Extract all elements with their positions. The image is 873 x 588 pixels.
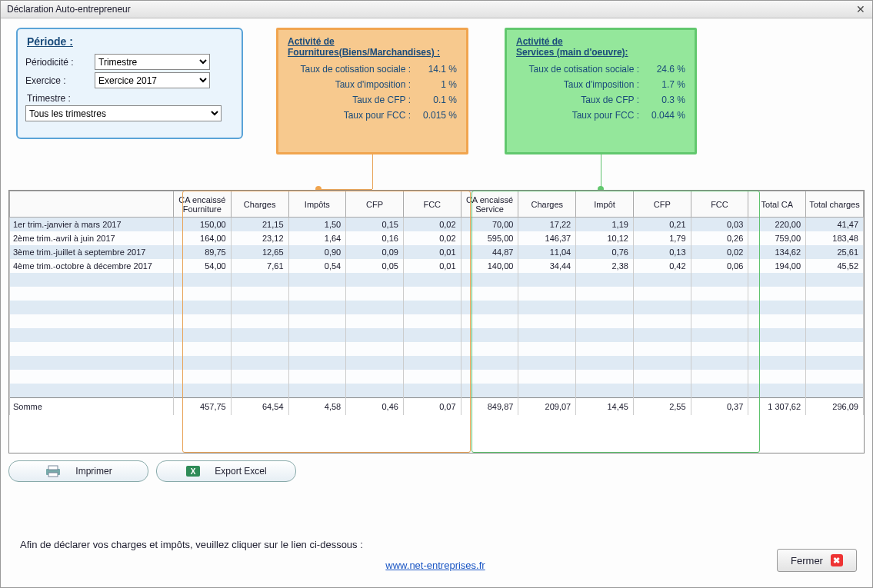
sum-cell: 849,87 (461, 398, 518, 415)
rate-label: Taux de cotisation sociale : (288, 64, 417, 75)
fournitures-rate-row: Taux de cotisation sociale :14.1 % (288, 64, 457, 75)
declaration-note: Afin de déclarer vos charges et impôts, … (20, 539, 363, 550)
value-cell: 0,02 (403, 218, 461, 232)
column-header[interactable]: Total charges (806, 191, 864, 218)
value-cell: 45,52 (806, 259, 864, 273)
value-cell: 146,37 (518, 231, 576, 245)
services-rate-row: Taux d'imposition :1.7 % (516, 79, 685, 90)
column-header[interactable]: CFP (633, 191, 691, 218)
value-cell: 595,00 (461, 231, 518, 245)
period-cell: 3ème trim.-juillet à septembre 2017 (10, 245, 174, 259)
rate-label: Taux d'imposition : (516, 79, 645, 90)
rate-value: 0.3 % (645, 95, 685, 105)
value-cell: 23,12 (231, 231, 288, 245)
rate-label: Taux d'imposition : (288, 79, 417, 90)
fournitures-panel: Activité de Fournitures(Biens/Marchandis… (276, 28, 468, 154)
value-cell: 7,61 (231, 259, 288, 273)
value-cell: 164,00 (173, 231, 231, 245)
rate-value: 0.1 % (417, 95, 457, 105)
column-header[interactable]: CA encaissé Fourniture (173, 191, 231, 218)
empty-row (10, 342, 864, 356)
fournitures-rate-row: Taux pour FCC :0.015 % (288, 110, 457, 121)
connector-services (601, 154, 601, 189)
value-cell: 2,38 (576, 259, 634, 273)
table-row[interactable]: 3ème trim.-juillet à septembre 201789,75… (10, 245, 864, 259)
value-cell: 759,00 (748, 231, 806, 245)
sum-cell: 14,45 (576, 398, 634, 415)
value-cell: 1,50 (288, 218, 346, 232)
value-cell: 0,09 (346, 245, 404, 259)
column-header[interactable]: FCC (691, 191, 748, 218)
value-cell: 0,54 (288, 259, 346, 273)
excel-icon: X (185, 465, 201, 477)
value-cell: 0,42 (633, 259, 691, 273)
periodicity-select[interactable]: Trimestre (95, 54, 210, 70)
print-button[interactable]: Imprimer (8, 460, 148, 482)
column-header[interactable]: Impôt (576, 191, 634, 218)
value-cell: 54,00 (173, 259, 231, 273)
value-cell: 70,00 (461, 218, 518, 232)
rate-value: 0.015 % (417, 110, 457, 121)
connector-fournitures (372, 154, 373, 189)
column-header[interactable]: Charges (231, 191, 288, 218)
services-rate-row: Taux de CFP :0.3 % (516, 95, 685, 105)
value-cell: 1,79 (633, 231, 691, 245)
value-cell: 21,15 (231, 218, 288, 232)
sum-cell: 0,07 (403, 398, 461, 415)
value-cell: 11,04 (518, 245, 576, 259)
rate-value: 14.1 % (417, 64, 457, 75)
value-cell: 0,01 (403, 259, 461, 273)
column-header[interactable]: FCC (403, 191, 461, 218)
services-rate-row: Taux de cotisation sociale :24.6 % (516, 64, 685, 75)
close-icon: ✖ (831, 554, 843, 566)
rate-value: 1 % (417, 79, 457, 90)
value-cell: 0,01 (403, 245, 461, 259)
value-cell: 220,00 (748, 218, 806, 232)
value-cell: 25,61 (806, 245, 864, 259)
table-row[interactable]: 1er trim.-janvier à mars 2017150,0021,15… (10, 218, 864, 232)
empty-row (10, 384, 864, 398)
sum-cell: 2,55 (633, 398, 691, 415)
declaration-table[interactable]: CA encaissé FournitureChargesImpôtsCFPFC… (8, 190, 865, 453)
period-cell: 4ème trim.-octobre à décembre 2017 (10, 259, 174, 273)
column-header[interactable]: Total CA (748, 191, 806, 218)
dialog-window: Déclaration Auto-entrepreneur ✕ Période … (0, 0, 873, 588)
value-cell: 140,00 (461, 259, 518, 273)
window-title: Déclaration Auto-entrepreneur (7, 1, 131, 18)
column-header[interactable]: CFP (346, 191, 404, 218)
sum-cell: 209,07 (518, 398, 576, 415)
column-header[interactable] (10, 191, 174, 218)
rate-label: Taux de cotisation sociale : (516, 64, 645, 75)
value-cell: 183,48 (806, 231, 864, 245)
value-cell: 0,21 (633, 218, 691, 232)
export-excel-button[interactable]: X Export Excel (156, 460, 296, 482)
column-header[interactable]: CA encaissé Service (461, 191, 518, 218)
value-cell: 0,76 (576, 245, 634, 259)
period-cell: 2ème trim.-avril à juin 2017 (10, 231, 174, 245)
rate-value: 0.044 % (645, 110, 685, 121)
value-cell: 0,13 (633, 245, 691, 259)
net-entreprises-link[interactable]: www.net-entreprises.fr (385, 560, 485, 571)
value-cell: 34,44 (518, 259, 576, 273)
value-cell: 0,15 (346, 218, 404, 232)
column-header[interactable]: Charges (518, 191, 576, 218)
empty-row (10, 314, 864, 328)
sum-cell: 296,09 (806, 398, 864, 415)
close-button[interactable]: Fermer ✖ (777, 549, 857, 572)
svg-rect-1 (48, 466, 58, 470)
value-cell: 0,02 (403, 231, 461, 245)
empty-row (10, 356, 864, 370)
exercise-label: Exercice : (25, 75, 93, 86)
column-header[interactable]: Impôts (288, 191, 346, 218)
value-cell: 150,00 (173, 218, 231, 232)
fournitures-rate-row: Taux d'imposition :1 % (288, 79, 457, 90)
table-row[interactable]: 4ème trim.-octobre à décembre 201754,007… (10, 259, 864, 273)
value-cell: 0,03 (691, 218, 748, 232)
value-cell: 0,90 (288, 245, 346, 259)
exercise-select[interactable]: Exercice 2017 (95, 72, 210, 88)
value-cell: 41,47 (806, 218, 864, 232)
window-close-icon[interactable]: ✕ (849, 1, 872, 18)
table-row[interactable]: 2ème trim.-avril à juin 2017164,0023,121… (10, 231, 864, 245)
trimester-select[interactable]: Tous les trimestres (25, 105, 222, 121)
services-panel: Activité de Services (main d'oeuvre): Ta… (505, 28, 697, 154)
